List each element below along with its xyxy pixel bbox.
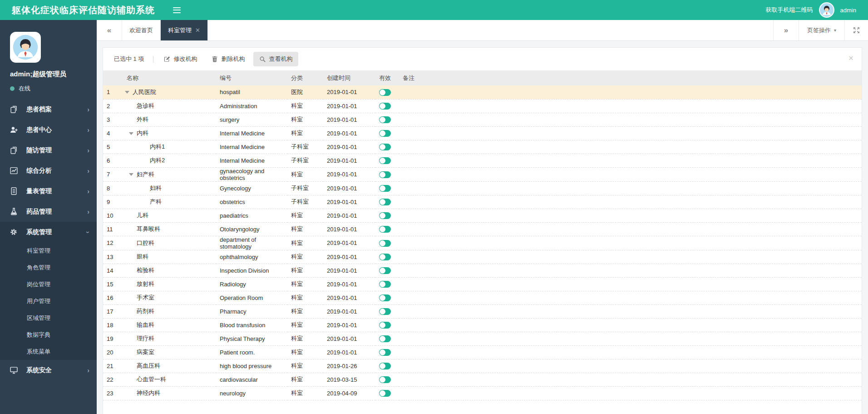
sidebar-item-system-security[interactable]: 系统安全› — [0, 360, 97, 380]
dept-remark — [399, 264, 862, 277]
table-row[interactable]: 4内科Internal Medicine科室2019-01-01 — [103, 126, 862, 140]
sidebar-subitem-user-mgmt[interactable]: 用户管理 — [0, 293, 97, 309]
dept-category: 子科室 — [287, 154, 323, 167]
table-row[interactable]: 3外科surgery科室2019-01-01 — [103, 113, 862, 126]
active-toggle[interactable] — [379, 240, 391, 247]
active-toggle[interactable] — [379, 390, 391, 397]
active-toggle[interactable] — [379, 89, 391, 96]
active-toggle[interactable] — [379, 130, 391, 137]
tree-expand-caret-icon[interactable] — [129, 132, 133, 135]
table-row[interactable]: 10儿科paediatrics科室2019-01-01 — [103, 209, 862, 222]
table-row[interactable]: 16手术室 Operation Room科室2019-01-01 — [103, 291, 862, 304]
sidebar-group-patient-archive: 患者档案› — [0, 99, 97, 120]
sidebar-item-system-mgmt[interactable]: 系统管理› — [0, 222, 97, 242]
tab-bar: « 欢迎首页科室管理✕ » 页签操作 ▾ — [97, 20, 868, 41]
table-row[interactable]: 19理疗科Physical Therapy科室2019-01-01 — [103, 332, 862, 345]
active-toggle[interactable] — [379, 322, 391, 329]
tab-欢迎首页[interactable]: 欢迎首页 — [122, 20, 161, 40]
active-toggle[interactable] — [379, 199, 391, 205]
table-row[interactable]: 22心血管一科cardiovascular科室2019-03-15 — [103, 373, 862, 386]
dept-created: 2019-01-01 — [323, 154, 375, 167]
tab-operations-dropdown[interactable]: 页签操作 ▾ — [799, 20, 844, 40]
active-toggle[interactable] — [379, 157, 391, 164]
dept-name: 人民医院 — [133, 89, 156, 95]
active-toggle[interactable] — [379, 212, 391, 219]
tab-科室管理[interactable]: 科室管理✕ — [161, 20, 208, 40]
table-row[interactable]: 9产科obstetrics子科室2019-01-01 — [103, 195, 862, 209]
dept-code: obstetrics — [216, 195, 287, 209]
active-toggle[interactable] — [379, 335, 391, 342]
chevron-right-icon: › — [87, 209, 89, 215]
active-toggle[interactable] — [379, 171, 391, 178]
table-row[interactable]: 2急诊科Administration科室2019-01-01 — [103, 99, 862, 113]
fullscreen-button[interactable] — [844, 20, 868, 40]
active-toggle[interactable] — [379, 308, 391, 315]
dept-name-cell: 高血压科 — [118, 359, 216, 373]
dept-created: 2019-01-01 — [323, 167, 375, 181]
active-toggle[interactable] — [379, 267, 391, 274]
tab-close-icon[interactable]: ✕ — [195, 27, 200, 34]
sidebar-subitem-role-mgmt[interactable]: 角色管理 — [0, 259, 97, 276]
dept-name-cell: 药剂科 — [118, 304, 216, 318]
dept-name: 儿科 — [137, 212, 148, 219]
table-row[interactable]: 7妇产科gynaecology and obstetrics科室2019-01-… — [103, 167, 862, 181]
table-row[interactable]: 14检验科Inspection Division科室2019-01-01 — [103, 264, 862, 277]
table-row[interactable]: 5内科1Internal Medicine子科室2019-01-01 — [103, 140, 862, 154]
active-toggle[interactable] — [379, 294, 391, 301]
hamburger-icon[interactable] — [173, 7, 181, 13]
tabs-scroll-right-button[interactable]: » — [773, 20, 799, 40]
active-toggle[interactable] — [379, 281, 391, 288]
tree-expand-caret-icon[interactable] — [129, 173, 133, 176]
sidebar-subitem-post-mgmt[interactable]: 岗位管理 — [0, 276, 97, 293]
table-row[interactable]: 11耳鼻喉科Otolaryngology科室2019-01-01 — [103, 222, 862, 236]
table-row[interactable]: 12口腔科department of stomatology科室2019-01-… — [103, 236, 862, 250]
table-row[interactable]: 17药剂科Pharmacy科室2019-01-01 — [103, 304, 862, 318]
active-toggle[interactable] — [379, 185, 391, 192]
tabs-scroll-left-button[interactable]: « — [97, 20, 122, 40]
table-row[interactable]: 18输血科Blood transfusion科室2019-01-01 — [103, 318, 862, 332]
table-row[interactable]: 6内科2Internal Medicine子科室2019-01-01 — [103, 154, 862, 167]
table-row[interactable]: 8妇科Gynecology子科室2019-01-01 — [103, 181, 862, 195]
active-toggle[interactable] — [379, 116, 391, 123]
user-avatar[interactable] — [819, 2, 834, 18]
table-row[interactable]: 15放射科Radiology科室2019-01-01 — [103, 277, 862, 291]
active-toggle[interactable] — [379, 226, 391, 233]
dept-code: neurology — [216, 386, 287, 400]
dept-remark — [399, 140, 862, 154]
active-toggle[interactable] — [379, 144, 391, 150]
sidebar-item-followup-mgmt[interactable]: 随访管理› — [0, 140, 97, 160]
active-toggle[interactable] — [379, 103, 391, 110]
active-toggle[interactable] — [379, 254, 391, 260]
username-label[interactable]: admin — [840, 7, 856, 14]
table-row[interactable]: 13眼科ophthalmology科室2019-01-01 — [103, 250, 862, 264]
sidebar-item-drug-mgmt[interactable]: 药品管理› — [0, 201, 97, 222]
dept-active-cell — [375, 332, 399, 345]
column-header-编号: 编号 — [216, 70, 287, 85]
table-row[interactable]: 1人民医院hospatil医院2019-01-01 — [103, 85, 862, 99]
sidebar-subitem-region-mgmt[interactable]: 区域管理 — [0, 309, 97, 326]
active-toggle[interactable] — [379, 363, 391, 369]
sidebar-item-analysis[interactable]: 综合分析› — [0, 160, 97, 181]
dept-category: 科室 — [287, 277, 323, 291]
tree-expand-caret-icon[interactable] — [125, 91, 129, 94]
sidebar-item-patient-archive[interactable]: 患者档案› — [0, 99, 97, 120]
qr-code-link[interactable]: 获取手机端二维码 — [766, 6, 813, 14]
sidebar-subitem-data-dict[interactable]: 数据字典 — [0, 326, 97, 343]
table-row[interactable]: 21高血压科high blood pressure科室2019-01-26 — [103, 359, 862, 373]
edit-org-button[interactable]: 修改机构 — [158, 52, 203, 66]
sidebar-avatar[interactable] — [10, 32, 41, 63]
active-toggle[interactable] — [379, 349, 391, 356]
sidebar-item-scale-mgmt[interactable]: 量表管理› — [0, 181, 97, 201]
delete-org-button[interactable]: 删除机构 — [206, 52, 251, 66]
sidebar-subitem-system-menu[interactable]: 系统菜单 — [0, 343, 97, 360]
sidebar-item-patient-center[interactable]: 患者中心› — [0, 120, 97, 140]
table-row[interactable]: 23神经内科neurology科室2019-04-09 — [103, 386, 862, 400]
active-toggle[interactable] — [379, 376, 391, 383]
panel-close-icon[interactable]: × — [848, 54, 853, 62]
row-number: 1 — [103, 85, 118, 99]
table-row[interactable]: 20病案室Patient room.科室2019-01-01 — [103, 345, 862, 359]
online-status-icon — [10, 86, 15, 91]
row-number: 7 — [103, 167, 118, 181]
sidebar-subitem-dept-mgmt[interactable]: 科室管理 — [0, 242, 97, 259]
view-org-button[interactable]: 查看机构 — [253, 52, 298, 66]
